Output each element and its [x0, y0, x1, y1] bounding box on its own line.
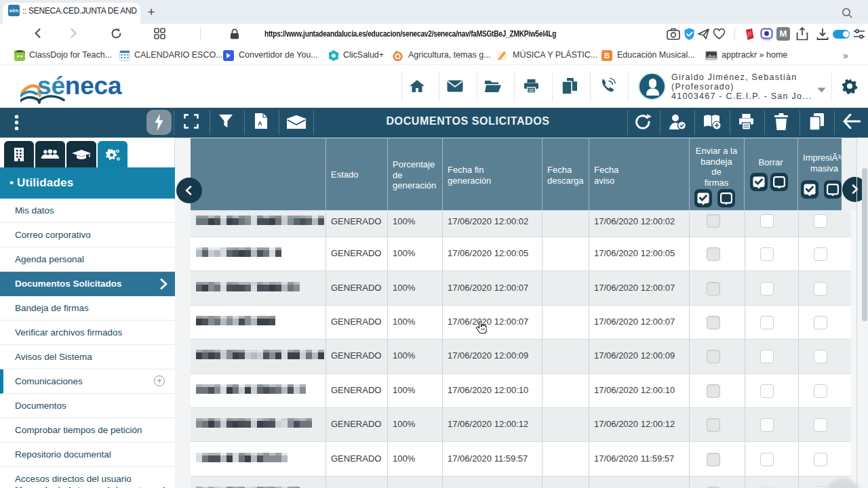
svg-text:A: A [258, 120, 262, 127]
svg-text:séneca: séneca [37, 72, 122, 100]
